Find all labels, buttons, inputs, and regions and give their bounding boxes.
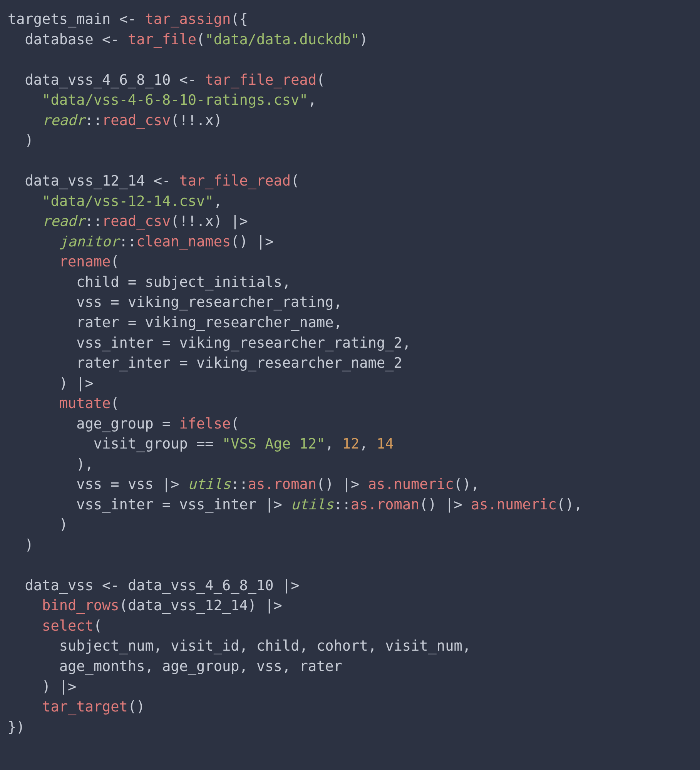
code-token: as.numeric bbox=[471, 496, 557, 513]
code-token: ) bbox=[214, 213, 222, 229]
code-token: read_csv bbox=[102, 112, 171, 129]
code-token: ( bbox=[317, 72, 325, 88]
code-token: rater bbox=[299, 658, 342, 675]
code-token: <- bbox=[145, 172, 179, 189]
code-token: tar_file_read bbox=[205, 72, 317, 88]
code-token bbox=[8, 618, 42, 634]
code-token: bind_rows bbox=[42, 597, 119, 614]
code-content: targets_main <- tar_assign({ database <-… bbox=[8, 11, 583, 735]
code-token bbox=[8, 597, 42, 614]
code-token: vss bbox=[256, 658, 282, 675]
code-token: , bbox=[239, 638, 256, 654]
code-token: "data/vss-4-6-8-10-ratings.csv" bbox=[42, 92, 308, 108]
code-token: , bbox=[154, 638, 171, 654]
code-token: :: bbox=[85, 112, 102, 129]
code-token: :: bbox=[334, 496, 351, 513]
code-token: , bbox=[574, 496, 582, 513]
code-token: cohort bbox=[317, 638, 368, 654]
code-token: ) bbox=[214, 112, 222, 129]
code-token: ( bbox=[196, 31, 205, 48]
code-token: , bbox=[368, 638, 385, 654]
code-token: () bbox=[454, 476, 471, 492]
code-token: ) bbox=[359, 31, 368, 48]
code-token: , bbox=[471, 476, 479, 492]
code-token: tar_file_read bbox=[179, 172, 291, 189]
code-token: , bbox=[299, 638, 317, 654]
code-token: 14 bbox=[377, 435, 394, 452]
code-token bbox=[8, 375, 59, 392]
code-token: , bbox=[334, 314, 342, 331]
code-token: ) bbox=[59, 375, 68, 392]
code-token bbox=[8, 31, 25, 48]
code-token: visit_num bbox=[385, 638, 462, 654]
code-token: vss_inter bbox=[76, 496, 153, 513]
code-token: rater_inter bbox=[76, 355, 171, 371]
code-token: !!.x bbox=[179, 213, 214, 229]
code-token: :: bbox=[231, 476, 248, 492]
code-token: |> bbox=[334, 476, 368, 492]
code-token: , bbox=[282, 658, 300, 675]
code-token: , bbox=[145, 658, 162, 675]
code-token: = bbox=[119, 314, 145, 331]
code-token: ) bbox=[42, 678, 50, 695]
code-token: |> bbox=[68, 375, 94, 392]
code-token: |> bbox=[274, 577, 300, 594]
code-token: () bbox=[128, 698, 145, 715]
code-token: ) bbox=[25, 537, 33, 553]
code-token: , bbox=[325, 435, 342, 452]
code-token: !!.x bbox=[179, 112, 214, 129]
code-token: viking_researcher_name_2 bbox=[196, 355, 402, 371]
code-token: 12 bbox=[342, 435, 360, 452]
code-token: clean_names bbox=[136, 233, 231, 250]
code-token: database bbox=[25, 31, 94, 48]
code-token bbox=[8, 435, 94, 452]
code-token: viking_researcher_rating bbox=[128, 294, 334, 310]
code-token: , bbox=[462, 638, 471, 654]
code-token: <- bbox=[94, 31, 128, 48]
code-token: data_vss_4_6_8_10 bbox=[25, 72, 171, 88]
code-token: ) bbox=[76, 456, 85, 472]
code-token: |> bbox=[222, 213, 248, 229]
code-token: |> bbox=[50, 678, 76, 695]
code-token bbox=[8, 92, 42, 108]
code-token: ( bbox=[111, 253, 119, 270]
code-token bbox=[8, 132, 25, 149]
code-token: child bbox=[76, 274, 119, 290]
code-token bbox=[8, 274, 76, 290]
code-token: :: bbox=[119, 233, 137, 250]
code-token: vss_inter bbox=[76, 335, 153, 351]
code-token bbox=[8, 496, 76, 513]
code-token bbox=[8, 193, 42, 209]
code-token: age_group bbox=[76, 415, 153, 432]
code-token: () bbox=[557, 496, 574, 513]
code-token bbox=[8, 658, 59, 675]
code-token: , bbox=[402, 335, 411, 351]
code-token: |> bbox=[248, 233, 274, 250]
code-token bbox=[8, 638, 59, 654]
code-token: }) bbox=[8, 719, 25, 735]
code-token: () bbox=[231, 233, 248, 250]
code-token: ) bbox=[248, 597, 256, 614]
code-token: vss_inter bbox=[179, 496, 256, 513]
code-token: tar_file bbox=[128, 31, 196, 48]
code-token: = bbox=[154, 335, 179, 351]
code-token bbox=[8, 516, 59, 533]
code-token: ) bbox=[25, 132, 33, 149]
code-token: readr bbox=[42, 213, 85, 229]
code-token: data_vss_12_14 bbox=[128, 597, 248, 614]
code-token: == bbox=[188, 435, 222, 452]
code-token bbox=[8, 678, 42, 695]
code-token: rename bbox=[59, 253, 111, 270]
code-token: subject_initials bbox=[145, 274, 282, 290]
code-token: <- bbox=[171, 72, 205, 88]
code-token: ( bbox=[171, 213, 179, 229]
code-token bbox=[8, 537, 25, 553]
code-token: , bbox=[308, 92, 317, 108]
code-token: "data/vss-12-14.csv" bbox=[42, 193, 214, 209]
code-token: read_csv bbox=[102, 213, 171, 229]
code-token: tar_target bbox=[42, 698, 128, 715]
code-token: = bbox=[154, 496, 179, 513]
code-token bbox=[8, 698, 42, 715]
code-token: viking_researcher_name bbox=[145, 314, 333, 331]
code-token: janitor bbox=[59, 233, 119, 250]
